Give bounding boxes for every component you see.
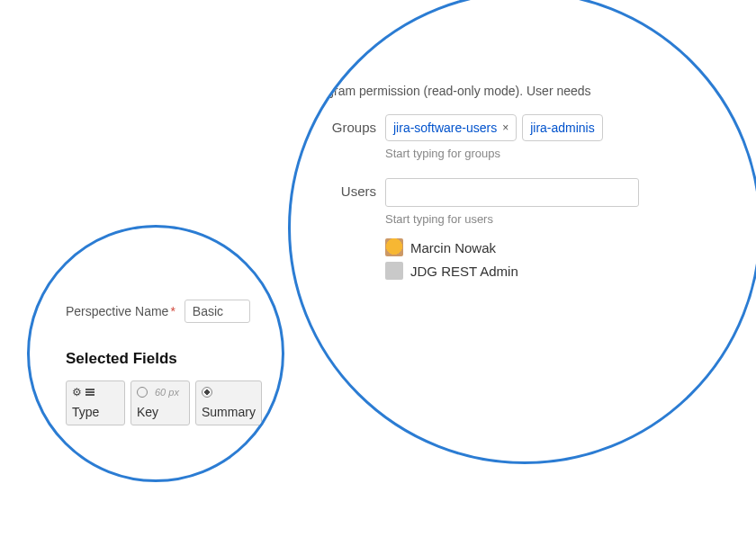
users-hint: Start typing for users	[385, 212, 741, 226]
field-card-type[interactable]: ⚙ Type	[66, 380, 125, 425]
users-label: Users	[309, 178, 385, 199]
group-tag[interactable]: jira-adminis	[522, 114, 603, 141]
radio-off-icon	[137, 387, 148, 398]
field-card-label: Type	[72, 405, 119, 419]
field-width-label: 60 px	[155, 387, 179, 398]
avatar-icon	[385, 262, 403, 280]
permissions-bubble: program permission (read-only mode). Use…	[288, 0, 756, 464]
perspective-name-row: Perspective Name * Basic	[66, 300, 273, 323]
perspective-name-input[interactable]: Basic	[184, 300, 250, 323]
field-card-label: Summary	[202, 405, 256, 419]
required-marker: *	[170, 304, 175, 318]
group-tag-text: jira-software-users	[393, 121, 497, 135]
selected-fields-title: Selected Fields	[66, 350, 273, 368]
bars-icon	[86, 389, 94, 396]
field-card-key[interactable]: 60 px Key	[130, 380, 190, 425]
permission-description: program permission (read-only mode). Use…	[309, 84, 741, 98]
close-icon[interactable]: ×	[502, 121, 508, 134]
groups-label: Groups	[309, 114, 385, 135]
user-name: JDG REST Admin	[410, 264, 518, 279]
field-card-label: Key	[137, 405, 184, 419]
group-tag[interactable]: jira-software-users ×	[385, 114, 517, 141]
user-option[interactable]: Marcin Nowak	[385, 238, 741, 256]
groups-hint: Start typing for groups	[385, 147, 741, 160]
gear-icon: ⚙	[72, 386, 82, 398]
group-tag-text: jira-adminis	[530, 121, 595, 135]
field-cards: ⚙ Type 60 px Key Summary	[66, 380, 273, 425]
perspective-name-label: Perspective Name	[66, 304, 168, 318]
radio-on-icon	[202, 387, 212, 398]
users-input[interactable]	[385, 178, 639, 207]
avatar-icon	[385, 238, 403, 256]
perspective-bubble: Perspective Name * Basic Selected Fields…	[27, 225, 284, 482]
user-name: Marcin Nowak	[410, 240, 496, 255]
field-card-summary[interactable]: Summary	[195, 380, 262, 425]
user-option[interactable]: JDG REST Admin	[385, 262, 741, 280]
